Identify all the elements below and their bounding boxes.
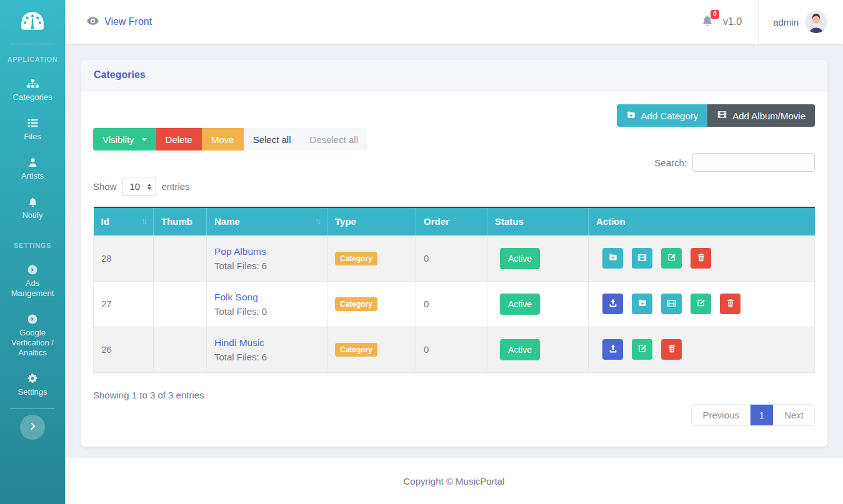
sidebar-item-ads-mangement[interactable]: Ads Mangement xyxy=(0,264,65,299)
status-active-button[interactable]: Active xyxy=(500,339,540,360)
sidebar-item-notify[interactable]: Notify xyxy=(0,196,65,220)
action-edit-button[interactable] xyxy=(632,339,652,360)
select-arrows-icon xyxy=(147,184,151,190)
page-length-select[interactable]: 10 xyxy=(122,177,156,196)
action-delete-button[interactable] xyxy=(720,294,741,314)
cell-thumb xyxy=(154,235,207,281)
sidebar-item-categories[interactable]: Categories xyxy=(0,78,65,102)
sidebar-item-artists[interactable]: Artists xyxy=(0,157,65,181)
sitemap-icon xyxy=(26,78,39,89)
sidebar-divider xyxy=(10,44,55,44)
cell-id: 26 xyxy=(94,327,154,372)
page-length-value: 10 xyxy=(130,181,141,192)
category-link[interactable]: Folk Song xyxy=(214,292,258,303)
search-input[interactable] xyxy=(692,153,815,172)
app-logo[interactable] xyxy=(0,0,65,44)
action-edit-button[interactable] xyxy=(661,248,682,269)
action-add-files-button[interactable] xyxy=(602,248,623,269)
type-badge: Category xyxy=(335,343,377,357)
add-album-movie-button[interactable]: Add Album/Movie xyxy=(707,104,815,127)
bell-icon xyxy=(27,196,38,207)
sidebar-item-files[interactable]: Files xyxy=(0,117,65,142)
entries-label: entries xyxy=(162,181,190,192)
cell-status: Active xyxy=(487,235,589,281)
sidebar-toggle-button[interactable] xyxy=(20,415,45,440)
move-button[interactable]: Move xyxy=(202,128,244,151)
action-album-button[interactable] xyxy=(661,294,682,314)
sidebar-nav-settings: Ads Mangement Google Verfication / Analt… xyxy=(0,249,65,397)
action-delete-button[interactable] xyxy=(661,339,682,360)
pagination-previous-button[interactable]: Previous xyxy=(692,405,749,425)
status-active-button[interactable]: Active xyxy=(500,248,540,269)
cell-thumb xyxy=(154,281,207,327)
upload-icon xyxy=(608,298,618,310)
gauge-icon xyxy=(21,11,44,33)
total-files-text: Total Files: 6 xyxy=(214,260,319,271)
app-version: v1.0 xyxy=(723,16,742,27)
trash-icon xyxy=(696,252,706,264)
film-icon xyxy=(666,298,677,310)
film-icon xyxy=(637,252,647,265)
column-header-id[interactable]: Id↑↓ xyxy=(94,207,154,235)
action-delete-button[interactable] xyxy=(691,248,711,269)
arrow-circle-right-icon xyxy=(27,314,38,325)
column-header-thumb: Thumb xyxy=(154,207,207,235)
deselect-all-button[interactable]: Deselect all xyxy=(301,128,368,151)
action-upload-button[interactable] xyxy=(602,339,623,360)
status-active-button[interactable]: Active xyxy=(500,294,540,315)
edit-icon xyxy=(667,252,677,264)
sort-icon: ↑↓ xyxy=(141,216,146,225)
type-badge: Category xyxy=(335,297,377,311)
category-link[interactable]: Pop Albums xyxy=(214,246,266,257)
action-album-button[interactable] xyxy=(632,248,652,269)
main-content: Categories Add Category Add Album/Movie xyxy=(65,44,843,458)
sidebar-item-label: Settings xyxy=(18,387,47,397)
cell-id: 27 xyxy=(94,281,154,327)
categories-table: Id↑↓ Thumb Name↑↓ Type Order Status Acti… xyxy=(93,207,815,373)
categories-card: Categories Add Category Add Album/Movie xyxy=(81,60,827,447)
table-row: 27 Folk Song Total Files: 0 Category 0 A… xyxy=(94,281,815,327)
column-header-name[interactable]: Name↑↓ xyxy=(207,207,327,235)
top-header: View Front 0 v1.0 admin xyxy=(65,0,843,44)
eye-icon xyxy=(87,16,99,27)
select-all-button[interactable]: Select all xyxy=(244,128,301,151)
sidebar-section-settings: SETTINGS xyxy=(14,242,51,249)
search-label: Search: xyxy=(654,157,687,168)
caret-down-icon xyxy=(142,138,147,141)
add-category-button[interactable]: Add Category xyxy=(617,104,708,127)
visibility-dropdown-button[interactable]: Visiblity xyxy=(93,128,156,151)
user-icon xyxy=(27,157,38,168)
notifications-button[interactable]: 0 xyxy=(701,14,714,29)
total-files-text: Total Files: 6 xyxy=(214,352,319,362)
delete-button[interactable]: Delete xyxy=(156,128,202,151)
sidebar-divider xyxy=(10,408,55,409)
sidebar-item-label: Ads Mangement xyxy=(4,279,61,299)
gear-icon xyxy=(27,373,38,384)
pagination-page-1-button[interactable]: 1 xyxy=(750,405,773,425)
sidebar-item-settings[interactable]: Settings xyxy=(0,373,65,397)
pagination-next-button[interactable]: Next xyxy=(773,405,814,425)
edit-icon xyxy=(696,298,706,310)
trash-icon xyxy=(667,343,677,355)
username: admin xyxy=(773,17,799,27)
view-front-link[interactable]: View Front xyxy=(87,16,152,27)
cell-order: 0 xyxy=(416,235,487,281)
sidebar-item-google-verfication-analtics[interactable]: Google Verfication / Analtics xyxy=(0,314,65,358)
action-add-files-button[interactable] xyxy=(632,294,652,314)
table-row: 26 Hindi Music Total Files: 6 Category 0… xyxy=(94,327,815,372)
upload-icon xyxy=(608,343,618,355)
sidebar-section-application: APPLICATION xyxy=(7,56,57,63)
cell-action xyxy=(589,327,815,372)
cell-status: Active xyxy=(487,327,589,372)
category-link[interactable]: Hindi Music xyxy=(214,337,264,348)
user-avatar[interactable] xyxy=(805,11,827,33)
notification-badge: 0 xyxy=(711,10,719,19)
avatar-image xyxy=(805,24,827,33)
folder-plus-icon xyxy=(626,110,636,122)
action-upload-button[interactable] xyxy=(602,294,623,314)
action-edit-button[interactable] xyxy=(691,294,711,314)
folder-plus-icon xyxy=(608,252,618,264)
folder-plus-icon xyxy=(637,298,647,310)
cell-name: Pop Albums Total Files: 6 xyxy=(207,235,327,281)
column-header-order: Order xyxy=(416,207,487,235)
